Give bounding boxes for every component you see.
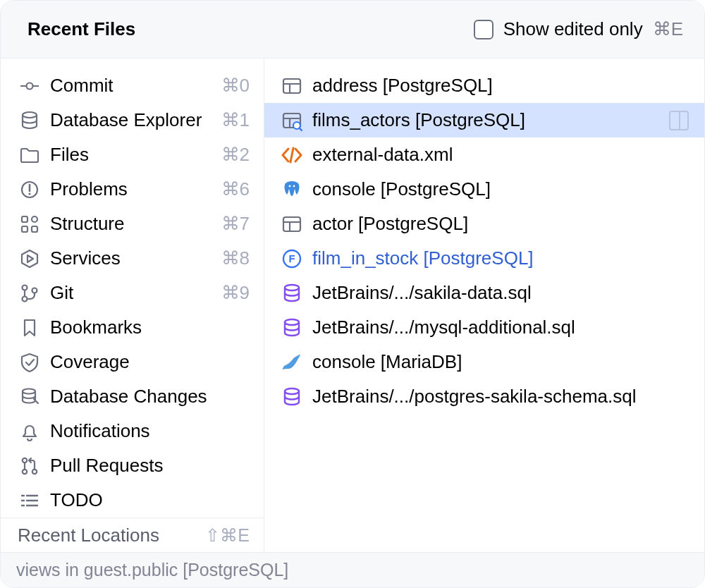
fn-icon: F xyxy=(280,247,304,271)
recent-file-item[interactable]: Ffilm_in_stock [PostgreSQL] xyxy=(264,241,704,276)
svg-rect-7 xyxy=(22,216,27,222)
sidebar-item-label: Problems xyxy=(50,178,221,200)
split-right-icon[interactable] xyxy=(669,111,689,130)
recent-file-item[interactable]: JetBrains/.../sakila-data.sql xyxy=(264,276,704,310)
db-icon xyxy=(18,109,42,133)
sql-icon xyxy=(280,385,304,409)
sidebar-item-git[interactable]: Git⌘9 xyxy=(1,276,264,310)
sidebar-item-shortcut: ⌘2 xyxy=(221,144,250,166)
recent-locations-row[interactable]: Recent Locations ⇧⌘E xyxy=(1,517,264,552)
sidebar-item-database-explorer[interactable]: Database Explorer⌘1 xyxy=(1,103,264,137)
sidebar-item-shortcut: ⌘7 xyxy=(221,213,250,235)
maria-icon xyxy=(280,350,304,374)
xml-icon xyxy=(280,143,304,167)
svg-point-16 xyxy=(23,469,27,473)
svg-point-6 xyxy=(28,192,30,195)
recent-locations-shortcut: ⇧⌘E xyxy=(205,525,250,546)
table-icon xyxy=(280,74,304,98)
recent-file-label: console [PostgreSQL] xyxy=(312,178,689,200)
sidebar-item-label: Database Explorer xyxy=(50,109,221,131)
sidebar-item-label: Structure xyxy=(50,213,221,235)
sidebar-item-label: Notifications xyxy=(50,420,250,442)
recent-file-label: address [PostgreSQL] xyxy=(312,75,689,97)
sidebar-item-files[interactable]: Files⌘2 xyxy=(1,137,264,172)
sidebar-item-label: Pull Requests xyxy=(50,455,250,477)
svg-rect-35 xyxy=(283,217,300,231)
svg-line-31 xyxy=(300,128,302,130)
sidebar-item-services[interactable]: Services⌘8 xyxy=(1,241,264,276)
svg-point-40 xyxy=(285,285,299,290)
sidebar-item-commit[interactable]: Commit⌘0 xyxy=(1,68,264,103)
recent-file-label: external-data.xml xyxy=(312,144,689,166)
svg-point-42 xyxy=(285,388,299,394)
sql-icon xyxy=(280,316,304,340)
recent-file-item[interactable]: JetBrains/.../postgres-sakila-schema.sql xyxy=(264,379,704,414)
recent-files-list: address [PostgreSQL]films_actors [Postgr… xyxy=(264,59,704,552)
sidebar-item-notifications[interactable]: Notifications xyxy=(1,414,264,448)
popup-content: Commit⌘0Database Explorer⌘1Files⌘2Proble… xyxy=(1,59,704,552)
svg-point-12 xyxy=(23,296,27,301)
recent-file-item[interactable]: address [PostgreSQL] xyxy=(264,68,704,103)
git-icon xyxy=(18,281,42,305)
recent-file-item[interactable]: console [PostgreSQL] xyxy=(264,172,704,207)
recent-files-popup: Recent Files Show edited only ⌘E Commit⌘… xyxy=(0,0,705,588)
recent-file-item[interactable]: console [MariaDB] xyxy=(264,345,704,379)
structure-icon xyxy=(18,212,42,236)
sidebar-item-label: Files xyxy=(50,144,221,166)
show-edited-only-shortcut: ⌘E xyxy=(653,18,683,40)
svg-rect-24 xyxy=(283,79,300,93)
svg-point-3 xyxy=(23,112,37,118)
sidebar-item-bookmarks[interactable]: Bookmarks xyxy=(1,310,264,345)
svg-rect-10 xyxy=(32,226,37,232)
sidebar-item-database-changes[interactable]: Database Changes xyxy=(1,379,264,414)
problems-icon xyxy=(18,178,42,202)
svg-point-1 xyxy=(27,82,33,89)
sidebar-item-shortcut: ⌘0 xyxy=(221,75,250,97)
sidebar-item-label: Coverage xyxy=(50,351,250,373)
svg-text:F: F xyxy=(288,252,295,264)
folder-icon xyxy=(18,143,42,167)
popup-title: Recent Files xyxy=(27,18,135,40)
services-icon xyxy=(18,247,42,271)
svg-point-15 xyxy=(23,458,27,462)
bell-icon xyxy=(18,419,42,443)
dbchanges-icon xyxy=(18,385,42,409)
show-edited-only-checkbox[interactable] xyxy=(474,20,494,39)
recent-file-label: JetBrains/.../mysql-additional.sql xyxy=(312,317,689,338)
tool-window-list: Commit⌘0Database Explorer⌘1Files⌘2Proble… xyxy=(1,68,264,517)
sidebar-item-pull-requests[interactable]: Pull Requests xyxy=(1,448,264,483)
sidebar-item-problems[interactable]: Problems⌘6 xyxy=(1,172,264,207)
footer-text: views in guest.public [PostgreSQL] xyxy=(16,560,288,580)
svg-point-34 xyxy=(293,185,295,187)
svg-point-13 xyxy=(32,288,37,293)
tableq-icon xyxy=(280,109,304,133)
recent-file-label: console [MariaDB] xyxy=(312,351,689,373)
recent-locations-label: Recent Locations xyxy=(18,525,159,546)
recent-file-label: films_actors [PostgreSQL] xyxy=(312,109,663,131)
sidebar-item-shortcut: ⌘1 xyxy=(221,109,250,131)
popup-footer: views in guest.public [PostgreSQL] xyxy=(1,552,704,587)
recent-file-label: JetBrains/.../sakila-data.sql xyxy=(312,282,689,304)
show-edited-only-row[interactable]: Show edited only ⌘E xyxy=(474,18,683,40)
svg-rect-9 xyxy=(22,226,27,232)
recent-file-item[interactable]: actor [PostgreSQL] xyxy=(264,207,704,241)
sidebar-item-shortcut: ⌘6 xyxy=(221,178,250,200)
sidebar-item-shortcut: ⌘9 xyxy=(221,282,250,304)
popup-header: Recent Files Show edited only ⌘E xyxy=(1,1,704,59)
pullreq-icon xyxy=(18,454,42,478)
recent-file-item[interactable]: external-data.xml xyxy=(264,137,704,172)
recent-file-item[interactable]: JetBrains/.../mysql-additional.sql xyxy=(264,310,704,345)
tool-window-sidebar: Commit⌘0Database Explorer⌘1Files⌘2Proble… xyxy=(1,59,264,552)
svg-point-17 xyxy=(32,469,37,473)
show-edited-only-label: Show edited only xyxy=(503,18,643,40)
table-icon xyxy=(280,212,304,236)
svg-point-11 xyxy=(23,285,27,290)
sidebar-item-label: Services xyxy=(50,247,221,269)
sidebar-item-label: Database Changes xyxy=(50,386,250,408)
sidebar-item-structure[interactable]: Structure⌘7 xyxy=(1,207,264,241)
recent-file-item[interactable]: films_actors [PostgreSQL] xyxy=(264,103,704,137)
sidebar-item-label: Commit xyxy=(50,75,221,97)
sidebar-item-todo[interactable]: TODO xyxy=(1,483,264,517)
sidebar-item-coverage[interactable]: Coverage xyxy=(1,345,264,379)
commit-icon xyxy=(18,74,42,98)
